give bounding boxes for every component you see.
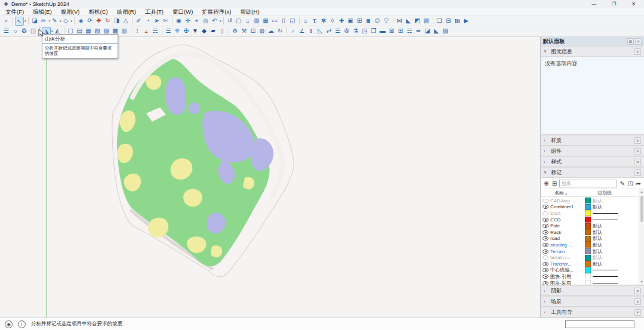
text-cursor-tool-icon[interactable]: I — [307, 27, 316, 36]
tag-row[interactable]: Combiner1默认 — [543, 204, 638, 211]
tag-color-swatch[interactable] — [585, 248, 591, 254]
axes-tool-icon[interactable]: ➤ — [152, 17, 161, 26]
tag-name[interactable]: Transfor... — [550, 261, 583, 267]
tag-dash-cell[interactable]: 默认 — [593, 254, 620, 261]
visibility-on-icon[interactable] — [543, 268, 549, 272]
visibility-off-icon[interactable] — [543, 199, 549, 203]
column-dashes-label[interactable]: 短划线 — [597, 190, 612, 196]
printer-button-icon[interactable]: ☷ — [405, 27, 414, 36]
minimize-button[interactable]: — — [591, 0, 596, 8]
list-view-button-icon[interactable]: ☰ — [334, 27, 343, 36]
iso-view-button-icon[interactable]: ▢ — [235, 17, 244, 26]
tag-row[interactable]: CAD-Imp...默认 — [543, 198, 638, 204]
add-tag-folder-icon[interactable]: ⊞ — [551, 180, 558, 187]
corner-render-button-icon[interactable]: ◪ — [423, 27, 432, 36]
scroll-up-icon[interactable]: ▴ — [640, 189, 642, 195]
visibility-on-icon[interactable] — [543, 249, 549, 254]
section-tags[interactable]: ∨ 标记 ✕ — [541, 167, 644, 178]
clipboard-tool-icon[interactable]: ▯ — [218, 27, 227, 36]
tag-name[interactable]: terrain r... — [550, 255, 583, 260]
visibility-on-icon[interactable] — [543, 218, 549, 222]
tag-name[interactable]: Combiner1 — [550, 204, 583, 209]
zoom-window-tool-icon[interactable]: ⌕ — [2, 17, 11, 26]
monochrome-style-button-icon[interactable]: ▥ — [120, 27, 129, 36]
rotate-tool-icon[interactable]: ↻ — [103, 17, 112, 26]
menu-item[interactable]: 相机(C) — [88, 8, 107, 16]
scrollbar-thumb[interactable] — [640, 196, 643, 222]
section-materials[interactable]: › 材质 ✕ — [541, 135, 644, 146]
shadow-settings-button-icon[interactable]: ☼ — [11, 27, 20, 36]
tag-dash-cell[interactable] — [593, 213, 620, 214]
dropdown-caret-icon[interactable]: ▾ — [220, 19, 221, 23]
visibility-on-icon[interactable] — [543, 243, 549, 247]
tag-dash-cell[interactable] — [593, 220, 620, 220]
tag-row[interactable]: 中心线编... — [543, 267, 638, 274]
soften-edges-tool-icon[interactable]: ▽ — [382, 17, 391, 26]
tag-row[interactable]: 图块-采用 — [543, 280, 638, 285]
tag-color-swatch[interactable] — [585, 267, 591, 273]
entity-info-toggle-icon[interactable]: ☰ — [2, 27, 11, 36]
auto-hide-pin-icon[interactable]: ⊡ — [627, 38, 634, 45]
stamp-tool-icon[interactable]: ✠ — [182, 27, 191, 36]
tag-name[interactable]: 图块-采用 — [550, 280, 583, 285]
visibility-off-icon[interactable] — [543, 211, 549, 215]
protractor-tool-icon[interactable]: ◔ — [143, 17, 152, 26]
visibility-on-icon[interactable] — [543, 281, 549, 285]
lock-tool-icon[interactable]: ✇ — [343, 27, 352, 36]
section-close-icon[interactable]: ✕ — [634, 288, 641, 294]
tag-dash-cell[interactable] — [593, 283, 620, 283]
bottom-view-button-icon[interactable]: ◱ — [288, 17, 297, 26]
pan-tool-icon[interactable]: ✛ — [183, 17, 192, 26]
top-view-button-icon[interactable]: ⌂ — [244, 17, 252, 26]
help-button-icon[interactable]: ◍ — [258, 27, 267, 36]
grid-tool-icon[interactable]: ⊞ — [355, 17, 364, 26]
visibility-on-icon[interactable] — [543, 224, 549, 228]
section-scenes[interactable]: › 场景 ✕ — [541, 296, 644, 307]
tags-details-icon[interactable]: ➦ — [635, 180, 642, 187]
tag-color-swatch[interactable] — [585, 261, 591, 267]
screenshot-button-icon[interactable]: ⊡ — [249, 27, 258, 36]
visibility-on-icon[interactable] — [543, 275, 549, 279]
menu-item[interactable]: 工具(T) — [145, 8, 164, 16]
back-view-button-icon[interactable]: ▭ — [270, 17, 279, 26]
info-status-icon[interactable]: i — [18, 320, 26, 328]
section-close-icon[interactable]: ✕ — [634, 148, 641, 155]
section-shadows[interactable]: › 阴影 ✕ — [541, 285, 644, 296]
tag-name[interactable]: road — [550, 236, 583, 241]
flip-edge-tool-icon[interactable]: ▰ — [209, 27, 218, 36]
3d-text-tool-icon[interactable]: ✾ — [319, 17, 328, 26]
tag-name[interactable]: Terrain — [550, 249, 583, 254]
eraser-tool-icon[interactable]: ◪ — [30, 17, 39, 26]
cloud-upload-button-icon[interactable]: ☁ — [267, 27, 276, 36]
lab-tool-icon[interactable]: ⚗ — [352, 27, 360, 36]
zoom-extents-tool-icon[interactable]: ◎ — [201, 17, 210, 26]
tag-color-swatch[interactable] — [585, 198, 591, 203]
visibility-on-icon[interactable] — [543, 262, 549, 266]
match-photo-tool-icon[interactable]: ⋈ — [395, 17, 404, 26]
tag-name[interactable]: 中心线编... — [550, 267, 583, 273]
fog-settings-button-icon[interactable]: ❂ — [20, 27, 29, 36]
measurements-input[interactable] — [565, 320, 634, 328]
panel-close-icon[interactable]: ✕ — [635, 38, 642, 45]
scenes-manager-button-icon[interactable]: ◫ — [29, 27, 38, 36]
tag-row[interactable]: Terrain默认 — [543, 248, 638, 255]
tag-color-swatch[interactable] — [585, 204, 591, 210]
section-close-icon[interactable]: ✕ — [634, 48, 641, 55]
menu-item[interactable]: 绘图(R) — [117, 8, 136, 16]
tag-color-swatch[interactable] — [585, 255, 591, 261]
tag-dash-cell[interactable]: 默认 — [593, 223, 620, 229]
tile-windows-button-icon[interactable]: ⊞ — [396, 27, 405, 36]
tag-color-swatch[interactable] — [585, 236, 591, 242]
scroll-down-icon[interactable]: ▾ — [640, 279, 642, 285]
tag-row[interactable]: road默认 — [543, 236, 638, 242]
tag-name[interactable]: DGX — [550, 211, 583, 216]
tag-dash-cell[interactable] — [593, 270, 620, 270]
section-close-icon[interactable]: ✕ — [634, 298, 641, 305]
left-view-button-icon[interactable]: ▯ — [279, 17, 288, 26]
angle-measure-tool-icon[interactable]: ∠ — [298, 27, 307, 36]
tag-row[interactable]: terrain r...默认 — [543, 254, 638, 261]
drape-tool-icon[interactable]: ▼ — [191, 27, 200, 36]
scale-tool-icon[interactable]: ◨ — [112, 17, 121, 26]
settings-gear-button-icon[interactable]: ⚙ — [231, 27, 240, 36]
menu-item[interactable]: 文件(F) — [5, 8, 24, 16]
